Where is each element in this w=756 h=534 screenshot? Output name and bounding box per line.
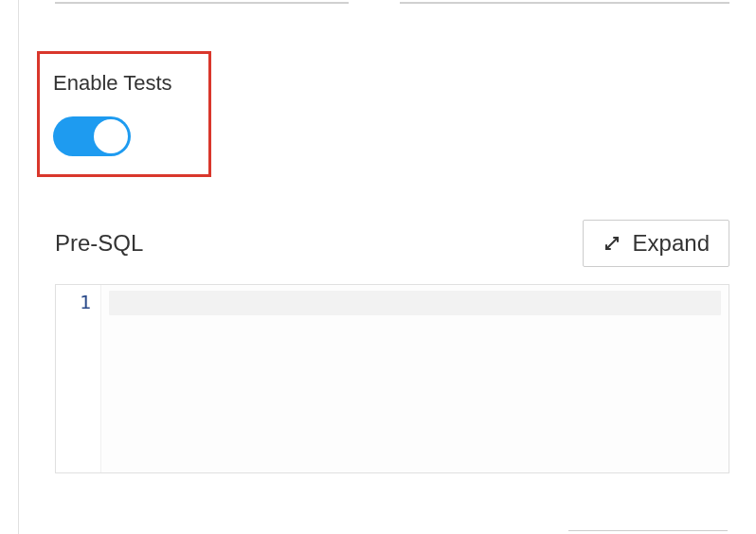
editor-content-area[interactable] bbox=[101, 285, 729, 472]
enable-tests-toggle[interactable] bbox=[53, 116, 131, 156]
pre-sql-label: Pre-SQL bbox=[55, 230, 143, 257]
toggle-thumb bbox=[94, 119, 128, 153]
expand-button[interactable]: Expand bbox=[583, 220, 729, 267]
editor-active-line[interactable] bbox=[109, 291, 721, 315]
enable-tests-label: Enable Tests bbox=[53, 71, 195, 96]
top-field-placeholder-left bbox=[55, 0, 349, 4]
pre-sql-header: Pre-SQL Expand bbox=[55, 220, 729, 267]
svg-line-0 bbox=[606, 238, 618, 249]
pre-sql-section: Pre-SQL Expand 1 bbox=[55, 220, 729, 473]
left-rail bbox=[0, 0, 19, 534]
enable-tests-highlight: Enable Tests bbox=[37, 51, 211, 177]
line-number: 1 bbox=[56, 291, 91, 313]
top-field-placeholder-right bbox=[400, 0, 729, 4]
editor-gutter: 1 bbox=[56, 285, 101, 472]
expand-button-label: Expand bbox=[633, 230, 710, 257]
expand-icon bbox=[603, 234, 621, 253]
pre-sql-editor[interactable]: 1 bbox=[55, 284, 729, 473]
bottom-partial-element bbox=[568, 530, 728, 534]
